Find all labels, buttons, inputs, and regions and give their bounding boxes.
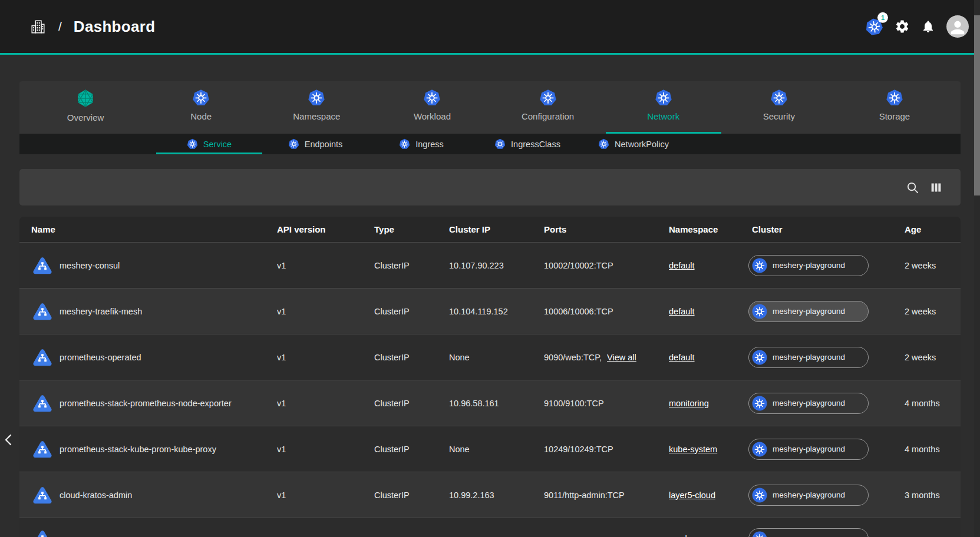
service-type: ClusterIP [374,307,449,316]
ports: 9011/http-admin:TCP [544,490,625,500]
header-accent-divider [0,53,980,55]
column-header-age[interactable]: Age [905,224,961,234]
age: 2 weeks [905,353,961,362]
meshery-logo-icon [76,89,95,108]
service-icon [31,300,54,323]
namespace-link[interactable]: monitoring [669,399,709,408]
tab-overview[interactable]: Overview [28,81,143,134]
meshery-dashboard: / Dashboard 1 Overview No [0,0,980,537]
settings-button[interactable] [895,19,910,34]
namespace-link[interactable]: default [669,307,695,316]
bell-icon [921,19,935,34]
kubernetes-icon [752,396,767,411]
network-subtabs: Service Endpoints Ingress IngressClass N… [19,134,961,154]
kubernetes-context-button[interactable]: 1 [864,16,885,37]
kubernetes-icon [423,89,441,107]
cluster-chip[interactable] [748,528,869,537]
service-name-cell: prometheus-stack-kube-prom-kube-proxy [31,438,277,460]
namespace-link[interactable]: kube-system [669,445,717,454]
tab-network[interactable]: Network [606,81,721,134]
table-row[interactable]: meshery-consul v1 ClusterIP 10.107.90.22… [19,242,961,288]
column-header-name[interactable]: Name [31,224,277,234]
subtab-ingressclass[interactable]: IngressClass [474,134,580,154]
subtab-networkpolicy[interactable]: NetworkPolicy [580,134,687,154]
kubernetes-icon [288,138,299,150]
view-columns-button[interactable] [930,181,942,194]
service-name-cell: prometheus-stack-prometheus-node-exporte… [31,392,277,415]
table-row-partial[interactable]: meshery [19,518,961,537]
column-header-cluster-ip[interactable]: Cluster IP [449,224,544,234]
tab-configuration[interactable]: Configuration [490,81,606,134]
search-icon [906,181,919,194]
namespace-link[interactable]: default [669,261,695,270]
kubernetes-icon [752,442,767,457]
service-name: prometheus-stack-prometheus-node-exporte… [60,399,232,408]
namespace-link[interactable]: layer5-cloud [669,490,715,500]
service-type: ClusterIP [374,445,449,454]
notifications-button[interactable] [921,19,935,34]
service-name-cell: prometheus-operated [31,346,277,369]
service-icon [31,254,54,277]
namespace-link[interactable]: meshery [669,534,702,537]
kubernetes-icon [752,531,767,537]
subtab-endpoints[interactable]: Endpoints [262,134,368,154]
cluster-chip[interactable]: meshery-playground [748,301,869,322]
tab-security[interactable]: Security [721,81,837,134]
age: 4 months [905,399,961,408]
column-header-api-version[interactable]: API version [277,224,374,234]
tab-namespace[interactable]: Namespace [259,81,374,134]
service-type: ClusterIP [374,261,449,270]
kubernetes-icon [752,304,767,319]
vertical-scrollbar [974,0,980,537]
header-breadcrumb: / Dashboard [0,18,155,36]
age: 3 months [905,490,961,500]
column-header-cluster[interactable]: Cluster [748,224,905,234]
gear-icon [895,19,910,34]
tab-storage[interactable]: Storage [837,81,952,134]
cluster-ip: 10.107.90.223 [449,261,544,270]
service-icon [31,438,54,460]
kubernetes-icon [399,138,410,150]
namespace-link[interactable]: default [669,353,695,362]
table-row[interactable]: prometheus-stack-prometheus-node-exporte… [19,380,961,426]
table-row[interactable]: meshery-traefik-mesh v1 ClusterIP 10.104… [19,288,961,334]
tab-node[interactable]: Node [143,81,259,134]
cluster-chip[interactable]: meshery-playground [748,347,869,368]
table-row[interactable]: cloud-kratos-admin v1 ClusterIP 10.99.2.… [19,472,961,518]
services-table: Name API version Type Cluster IP Ports N… [19,217,961,537]
subtab-ingress[interactable]: Ingress [368,134,474,154]
tab-workload[interactable]: Workload [374,81,490,134]
service-name: cloud-kratos-admin [60,490,132,500]
app-header: / Dashboard 1 [0,0,980,53]
cluster-chip[interactable]: meshery-playground [748,485,869,506]
ports: 9100/9100:TCP [544,399,604,408]
cluster-ip: None [449,353,544,362]
column-header-namespace[interactable]: Namespace [669,224,748,234]
cluster-chip[interactable]: meshery-playground [748,393,869,414]
cluster-chip[interactable]: meshery-playground [748,255,869,276]
view-all-ports-link[interactable]: View all [607,353,636,362]
table-row[interactable]: prometheus-stack-kube-prom-kube-proxy v1… [19,426,961,472]
service-icon [31,528,54,537]
ports: 10006/10006:TCP [544,307,613,316]
column-header-type[interactable]: Type [374,224,449,234]
kubernetes-icon [308,89,325,107]
person-icon [948,18,968,38]
collapse-panel-button[interactable] [1,430,17,450]
kubernetes-icon [187,138,198,150]
service-name: prometheus-operated [60,353,141,362]
subtab-service[interactable]: Service [156,134,262,154]
api-version: v1 [277,399,374,408]
kubernetes-icon [192,89,210,107]
api-version: v1 [277,261,374,270]
service-type: ClusterIP [374,353,449,362]
scrollbar-thumb[interactable] [974,15,980,195]
service-name-cell [31,528,277,537]
organization-icon[interactable] [29,18,47,35]
cluster-chip[interactable]: meshery-playground [748,439,869,460]
search-button[interactable] [906,181,919,194]
column-header-ports[interactable]: Ports [544,224,669,234]
ports: 10249/10249:TCP [544,445,613,454]
user-avatar[interactable] [946,15,969,38]
table-row[interactable]: prometheus-operated v1 ClusterIP None 90… [19,334,961,380]
